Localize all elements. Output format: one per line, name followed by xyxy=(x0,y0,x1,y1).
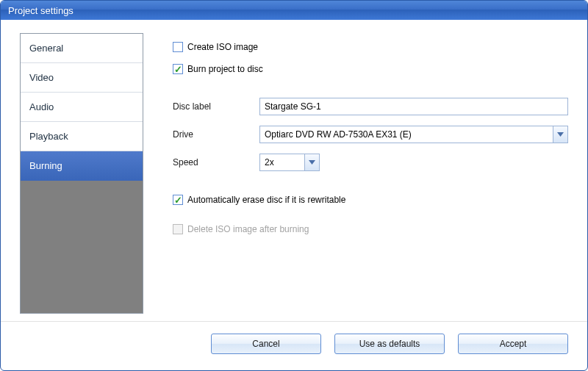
check-icon: ✓ xyxy=(174,195,182,205)
drive-label: Drive xyxy=(173,129,259,140)
button-label: Accept xyxy=(500,339,527,349)
sidebar-item-playback[interactable]: Playback xyxy=(21,122,143,151)
window-body: General Video Audio Playback Burning Cre… xyxy=(1,20,587,321)
drive-dropdown-button[interactable] xyxy=(553,126,567,143)
window-title: Project settings xyxy=(8,5,74,16)
chevron-down-icon xyxy=(309,160,315,165)
drive-combo[interactable]: Optiarc DVD RW AD-7530A EX31 (E) xyxy=(259,126,568,143)
accept-button[interactable]: Accept xyxy=(458,334,568,354)
speed-dropdown-button[interactable] xyxy=(304,154,319,170)
create-iso-label: Create ISO image xyxy=(187,42,258,52)
disc-label-label: Disc label xyxy=(173,101,259,112)
burn-form: Disc label Drive Optiarc DVD RW AD-7530A… xyxy=(173,98,568,171)
sidebar-item-label: Video xyxy=(29,72,54,83)
disc-label-input[interactable] xyxy=(259,98,568,115)
sidebar-item-label: Playback xyxy=(29,131,68,142)
drive-value: Optiarc DVD RW AD-7530A EX31 (E) xyxy=(265,129,412,140)
burn-project-checkbox[interactable]: ✓ xyxy=(173,64,183,74)
auto-erase-label: Automatically erase disc if it is rewrit… xyxy=(187,195,345,205)
project-settings-window: Project settings General Video Audio Pla… xyxy=(0,0,588,371)
sidebar-item-label: Audio xyxy=(29,101,54,112)
sidebar-item-video[interactable]: Video xyxy=(21,63,143,93)
burning-panel: Create ISO image ✓ Burn project to disc … xyxy=(173,33,568,314)
speed-label: Speed xyxy=(173,157,259,168)
check-icon: ✓ xyxy=(174,65,182,74)
settings-sidebar: General Video Audio Playback Burning xyxy=(20,33,143,314)
chevron-down-icon xyxy=(557,132,564,137)
titlebar[interactable]: Project settings xyxy=(1,1,587,20)
burn-project-label: Burn project to disc xyxy=(187,64,263,74)
delete-iso-checkbox xyxy=(173,224,183,234)
sidebar-item-burning[interactable]: Burning xyxy=(21,151,143,181)
cancel-button[interactable]: Cancel xyxy=(211,334,321,354)
sidebar-item-general[interactable]: General xyxy=(21,34,143,63)
sidebar-item-label: General xyxy=(29,43,63,54)
burn-project-row[interactable]: ✓ Burn project to disc xyxy=(173,60,568,79)
sidebar-item-label: Burning xyxy=(29,160,62,171)
auto-erase-checkbox[interactable]: ✓ xyxy=(173,195,183,205)
auto-erase-row[interactable]: ✓ Automatically erase disc if it is rewr… xyxy=(173,190,568,209)
speed-combo[interactable]: 2x xyxy=(259,154,320,171)
sidebar-fill xyxy=(21,181,143,313)
create-iso-checkbox[interactable] xyxy=(173,42,183,52)
dialog-footer: Cancel Use as defaults Accept xyxy=(1,321,587,370)
speed-value: 2x xyxy=(265,157,274,168)
create-iso-row[interactable]: Create ISO image xyxy=(173,37,568,57)
button-label: Cancel xyxy=(252,339,279,349)
delete-iso-label: Delete ISO image after burning xyxy=(187,224,309,234)
delete-iso-row: Delete ISO image after burning xyxy=(173,220,568,239)
sidebar-item-audio[interactable]: Audio xyxy=(21,93,143,122)
button-label: Use as defaults xyxy=(359,339,420,349)
use-defaults-button[interactable]: Use as defaults xyxy=(334,334,445,354)
